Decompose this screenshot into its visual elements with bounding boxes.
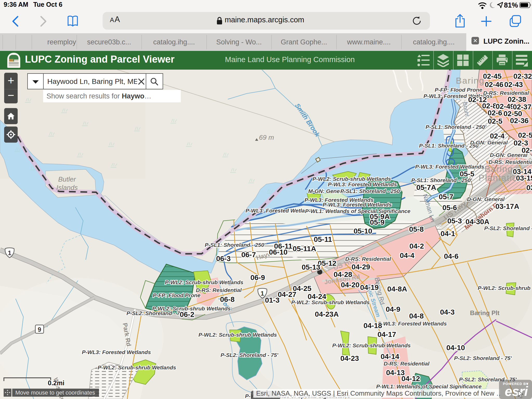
svg-text:Baring Plt: Baring Plt: [470, 309, 499, 316]
svg-text:04-27: 04-27: [278, 290, 296, 298]
svg-text:P-WL2: Scrub-shrub Wetlands: P-WL2: Scrub-shrub Wetlands: [291, 299, 370, 305]
svg-text:P-FP: Flood Prone: P-FP: Flood Prone: [153, 292, 200, 298]
svg-text:04-4: 04-4: [400, 251, 414, 260]
svg-text:P-SL2: Shoreland - 75': P-SL2: Shoreland - 75': [484, 225, 532, 231]
svg-text:06-9: 06-9: [250, 274, 265, 282]
svg-text:04-23A: 04-23A: [315, 310, 339, 318]
svg-text:04-10: 04-10: [446, 344, 465, 352]
svg-text:02-32: 02-32: [513, 72, 532, 80]
svg-text:04-23: 04-23: [340, 354, 359, 362]
svg-text:04-6: 04-6: [444, 252, 458, 260]
svg-text:05-3: 05-3: [447, 217, 462, 225]
svg-text:P-WL1: Wetlands of Special Sig: P-WL1: Wetlands of Special Significance: [376, 383, 482, 389]
svg-text:02-36: 02-36: [510, 117, 529, 125]
svg-text:Baring: Baring: [484, 164, 513, 174]
svg-text:02-5: 02-5: [488, 117, 502, 125]
svg-text:P-WL2: Scrub-shrub Wetlands: P-WL2: Scrub-shrub Wetlands: [98, 364, 176, 370]
svg-text:P-SL2: Shoreland - 75': P-SL2: Shoreland - 75': [454, 355, 512, 361]
svg-text:P-WL3: Forested Wetlands: P-WL3: Forested Wetlands: [245, 208, 315, 214]
svg-text:04-18: 04-18: [363, 322, 382, 330]
svg-text:05-10: 05-10: [354, 227, 372, 235]
svg-text:05-9: 05-9: [370, 218, 384, 226]
svg-text:03-17A: 03-17A: [495, 202, 519, 210]
svg-text:04-19: 04-19: [360, 283, 379, 291]
svg-text:02-4: 02-4: [490, 132, 504, 140]
svg-text:02-3: 02-3: [514, 139, 528, 147]
svg-text:P-WL2: Scrub-shrub Wetlands: P-WL2: Scrub-shrub Wetlands: [312, 176, 391, 182]
svg-text:P-WL3: Forested Wetlands: P-WL3: Forested Wetlands: [323, 202, 392, 208]
svg-text:D-GN: General: D-GN: General: [467, 196, 505, 202]
svg-text:9: 9: [38, 326, 41, 333]
svg-text:05-11A: 05-11A: [293, 245, 316, 253]
svg-text:04-20: 04-20: [341, 281, 360, 289]
svg-text:02-46: 02-46: [485, 81, 503, 89]
svg-text:02-2: 02-2: [522, 146, 532, 154]
svg-text:05-7A: 05-7A: [416, 183, 436, 191]
svg-text:04-14: 04-14: [381, 353, 399, 361]
svg-text:02-51: 02-51: [518, 131, 532, 139]
svg-text:P-SL1: Shoreland - 250': P-SL1: Shoreland - 250': [205, 242, 266, 248]
svg-text:69 m: 69 m: [259, 134, 274, 141]
svg-text:05-13: 05-13: [302, 263, 320, 271]
svg-text:04-9: 04-9: [386, 305, 400, 313]
svg-text:05-12: 05-12: [318, 259, 336, 267]
svg-text:D-GN: General: D-GN: General: [470, 139, 508, 145]
svg-text:P-WL2: Scrub-shrub Wetlands: P-WL2: Scrub-shrub Wetlands: [165, 279, 243, 285]
svg-text:02-6: 02-6: [488, 109, 502, 117]
svg-text:P-WL3: Forested Wetlands: P-WL3: Forested Wetlands: [415, 164, 484, 170]
svg-text:02-43: 02-43: [504, 81, 523, 89]
svg-text:P-SL2: Shoreland - 75': P-SL2: Shoreland - 75': [221, 352, 278, 358]
svg-text:1: 1: [8, 249, 11, 256]
svg-text:P-WL2: Scrub-shrub Wetlands: P-WL2: Scrub-shrub Wetlands: [478, 285, 532, 291]
svg-text:06-3: 06-3: [216, 255, 231, 263]
svg-text:02-45: 02-45: [483, 72, 502, 80]
svg-text:P-SL1: Shoreland - 250': P-SL1: Shoreland - 250': [411, 177, 472, 183]
svg-text:P-WL1: Wetlands of Special Sig: P-WL1: Wetlands of Special Significance: [305, 208, 410, 214]
svg-text:06-10: 06-10: [269, 248, 288, 256]
svg-text:0.2mi: 0.2mi: [48, 379, 64, 387]
svg-text:04-8A: 04-8A: [387, 285, 407, 293]
svg-text:P-FP: Flood Prone: P-FP: Flood Prone: [435, 87, 482, 93]
svg-text:04-12: 04-12: [401, 375, 420, 383]
svg-text:04-17: 04-17: [377, 330, 396, 338]
svg-text:01-3: 01-3: [265, 296, 280, 304]
svg-text:Islands: Islands: [56, 184, 78, 191]
svg-text:D-RS: Residential: D-RS: Residential: [384, 361, 430, 367]
svg-text:Butler: Butler: [58, 175, 76, 183]
svg-text:Baring: Baring: [456, 76, 484, 85]
svg-text:03-16: 03-16: [526, 184, 532, 192]
svg-text:P-SL1: Shoreland - 250': P-SL1: Shoreland - 250': [425, 124, 487, 130]
svg-text:04-29: 04-29: [351, 263, 370, 271]
svg-text:05-11: 05-11: [314, 235, 332, 243]
svg-text:03-15: 03-15: [516, 174, 532, 182]
svg-text:05-6: 05-6: [442, 204, 457, 212]
svg-text:05-5: 05-5: [460, 170, 474, 178]
svg-text:P-WL2: Scrub-shrub Wetlands: P-WL2: Scrub-shrub Wetlands: [332, 342, 411, 348]
svg-text:04-28: 04-28: [334, 270, 352, 278]
svg-text:P-WL3: Forested Wetlands: P-WL3: Forested Wetlands: [378, 321, 447, 327]
svg-text:D-RS: Residential: D-RS: Residential: [196, 287, 242, 293]
svg-text:81%: 81%: [504, 1, 518, 9]
svg-text:05-8: 05-8: [409, 225, 424, 233]
svg-text:D-RS: Residential: D-RS: Residential: [345, 256, 391, 262]
svg-text:P-SL1: Shoreland - 250': P-SL1: Shoreland - 250': [340, 188, 401, 194]
svg-text:P-WL3: Forested Wetlands: P-WL3: Forested Wetlands: [328, 181, 397, 187]
svg-text:P-WL3: Forested Wetlands: P-WL3: Forested Wetlands: [82, 349, 151, 355]
svg-text:D-RS: Residential: D-RS: Residential: [489, 159, 532, 165]
svg-text:06-2: 06-2: [180, 310, 194, 318]
svg-text:P-SL2: Shoreland - 75': P-SL2: Shoreland - 75': [127, 310, 184, 316]
svg-text:04-3: 04-3: [440, 308, 455, 316]
svg-text:06-8: 06-8: [220, 295, 235, 303]
svg-text:04-1: 04-1: [441, 230, 455, 238]
svg-text:04-30A: 04-30A: [466, 218, 489, 226]
svg-text:P-WL2: Scrub-shrub Wetlands: P-WL2: Scrub-shrub Wetlands: [198, 332, 277, 338]
svg-text:04-2: 04-2: [409, 242, 424, 250]
svg-text:06-7: 06-7: [241, 251, 256, 259]
svg-text:04-8: 04-8: [409, 312, 424, 320]
svg-text:05-7: 05-7: [439, 193, 453, 201]
svg-text:04-24: 04-24: [308, 292, 326, 301]
svg-text:D-RS: Residential: D-RS: Residential: [483, 90, 529, 96]
